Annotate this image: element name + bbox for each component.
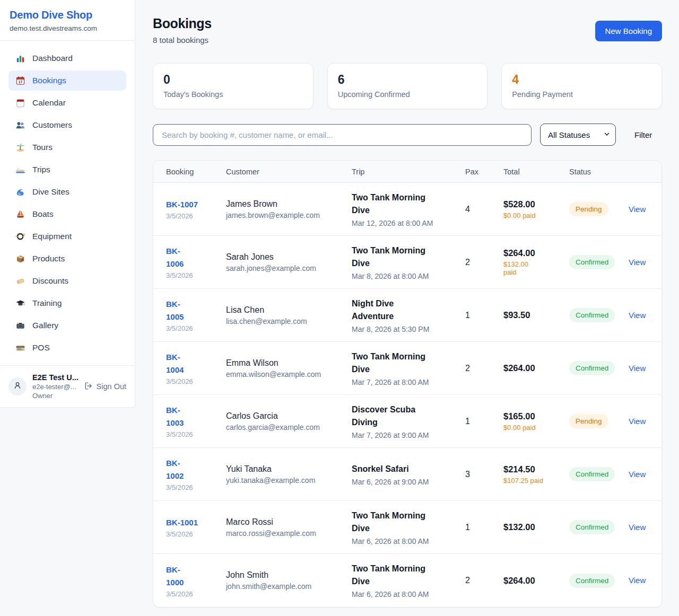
- user-section: E2E Test U... e2e-tester@... Owner Sign …: [0, 365, 135, 407]
- user-name: E2E Test U...: [32, 373, 78, 382]
- pax-value: 1: [465, 523, 503, 532]
- brand-domain: demo.test.divestreams.com: [10, 24, 125, 32]
- view-link[interactable]: View: [629, 417, 646, 426]
- view-cell: View: [629, 576, 649, 585]
- table-row: BK-10043/5/2026Emma Wilsonemma.wilson@ex…: [153, 342, 661, 395]
- user-role: Owner: [32, 392, 78, 400]
- booking-id-link[interactable]: BK-1007: [166, 198, 198, 211]
- sidebar-item-label: POS: [32, 343, 50, 353]
- filter-button[interactable]: Filter: [633, 127, 653, 143]
- booking-id-link[interactable]: BK-1003: [166, 404, 189, 429]
- trip-datetime: Mar 8, 2026 at 5:30 PM: [352, 325, 465, 333]
- sidebar-item-dashboard[interactable]: Dashboard: [8, 48, 126, 68]
- booking-date: 3/5/2026: [166, 212, 226, 220]
- page-title: Bookings: [153, 16, 212, 31]
- customer-name: Emma Wilson: [226, 358, 352, 368]
- sidebar-item-label: Dive Sites: [32, 187, 69, 197]
- page-header: Bookings 8 total bookings New Booking: [153, 16, 662, 45]
- table-header: BookingCustomerTripPaxTotalStatus: [153, 161, 661, 183]
- total-cell: $93.50: [503, 310, 569, 320]
- sidebar-item-boats[interactable]: Boats: [8, 204, 126, 224]
- sidebar-item-label: Gallery: [32, 321, 58, 330]
- view-link[interactable]: View: [629, 470, 646, 479]
- pax-value: 3: [465, 470, 503, 479]
- booking-cell: BK-10073/5/2026: [166, 198, 226, 220]
- sidebar-item-pos[interactable]: POS: [8, 338, 126, 358]
- trip-datetime: Mar 7, 2026 at 9:00 AM: [352, 431, 465, 439]
- sidebar-item-customers[interactable]: Customers: [8, 115, 126, 135]
- trip-name: Two Tank Morning Dive: [352, 562, 436, 588]
- view-link[interactable]: View: [629, 258, 646, 267]
- status-cell: Confirmed: [569, 361, 629, 375]
- pax-value: 2: [465, 258, 503, 267]
- sidebar-item-label: Equipment: [32, 232, 72, 241]
- booking-date: 3/5/2026: [166, 430, 226, 438]
- customer-email: sarah.jones@example.com: [226, 264, 352, 272]
- booking-id-link[interactable]: BK-1001: [166, 516, 198, 529]
- booking-id-link[interactable]: BK-1002: [166, 457, 189, 482]
- sign-out-button[interactable]: Sign Out: [84, 381, 126, 392]
- sidebar-item-bookings[interactable]: 17Bookings: [8, 71, 126, 91]
- view-link[interactable]: View: [629, 364, 646, 373]
- total-amount: $214.50: [503, 464, 569, 474]
- status-cell: Confirmed: [569, 574, 629, 588]
- status-badge: Confirmed: [569, 467, 615, 481]
- sidebar: Demo Dive Shop demo.test.divestreams.com…: [0, 0, 135, 408]
- sidebar-item-label: Discounts: [32, 276, 68, 286]
- view-link[interactable]: View: [629, 576, 646, 585]
- sidebar-item-gallery[interactable]: Gallery: [8, 315, 126, 336]
- sidebar-item-trips[interactable]: Trips: [8, 160, 126, 180]
- sidebar-item-equipment[interactable]: Equipment: [8, 226, 126, 247]
- total-cell: $264.00$132.00 paid: [503, 248, 569, 276]
- sidebar-item-tours[interactable]: Tours: [8, 137, 126, 157]
- trip-name: Night Dive Adventure: [352, 297, 436, 323]
- sidebar-item-discounts[interactable]: Discounts: [8, 271, 126, 291]
- sidebar-item-label: Training: [32, 298, 62, 308]
- pax-value: 2: [465, 364, 503, 373]
- booking-id-link[interactable]: BK-1000: [166, 564, 189, 589]
- pax-value: 1: [465, 311, 503, 320]
- sidebar-item-calendar[interactable]: Calendar: [8, 93, 126, 113]
- table-body: BK-10073/5/2026James Brownjames.brown@ex…: [153, 183, 661, 607]
- sidebar-item-dive-sites[interactable]: Dive Sites: [8, 182, 126, 202]
- trip-cell: Two Tank Morning DiveMar 8, 2026 at 8:00…: [352, 244, 465, 280]
- trip-datetime: Mar 8, 2026 at 8:00 AM: [352, 272, 465, 280]
- trip-cell: Snorkel SafariMar 6, 2026 at 9:00 AM: [352, 463, 465, 486]
- booking-cell: BK-10063/5/2026: [166, 245, 226, 279]
- total-amount: $264.00: [503, 363, 569, 373]
- paid-amount: $0.00 paid: [503, 212, 569, 219]
- camera-icon: [15, 320, 25, 331]
- new-booking-button[interactable]: New Booking: [595, 21, 662, 41]
- total-cell: $264.00: [503, 363, 569, 373]
- view-link[interactable]: View: [629, 523, 646, 532]
- status-select[interactable]: All Statuses: [540, 124, 616, 146]
- booking-id-link[interactable]: BK-1006: [166, 245, 189, 270]
- sidebar-item-products[interactable]: Products: [8, 249, 126, 269]
- view-link[interactable]: View: [629, 311, 646, 320]
- view-link[interactable]: View: [629, 205, 646, 214]
- stat-value: 4: [512, 73, 651, 87]
- bar-chart-icon: [15, 53, 25, 64]
- trip-name: Two Tank Morning Dive: [352, 350, 436, 376]
- stat-label: Pending Payment: [512, 90, 651, 99]
- paid-amount: $0.00 paid: [503, 424, 569, 432]
- search-input[interactable]: [153, 124, 532, 146]
- booking-date: 3/5/2026: [166, 271, 226, 279]
- sidebar-item-training[interactable]: Training: [8, 293, 126, 313]
- island-icon: [15, 142, 25, 153]
- booking-date: 3/5/2026: [166, 377, 226, 385]
- status-cell: Pending: [569, 202, 629, 216]
- view-cell: View: [629, 205, 649, 214]
- pax-value: 1: [465, 417, 503, 426]
- stat-value: 6: [338, 73, 477, 87]
- trip-cell: Two Tank Morning DiveMar 6, 2026 at 8:00…: [352, 509, 465, 545]
- status-select-wrap: All Statuses: [540, 124, 616, 146]
- bookings-table: BookingCustomerTripPaxTotalStatus BK-100…: [153, 160, 662, 608]
- booking-id-link[interactable]: BK-1005: [166, 298, 189, 323]
- booking-id-link[interactable]: BK-1004: [166, 351, 189, 376]
- sign-out-label: Sign Out: [97, 382, 126, 391]
- customer-name: Sarah Jones: [226, 252, 352, 262]
- stat-label: Upcoming Confirmed: [338, 90, 477, 99]
- customer-name: Lisa Chen: [226, 305, 352, 315]
- view-cell: View: [629, 364, 649, 373]
